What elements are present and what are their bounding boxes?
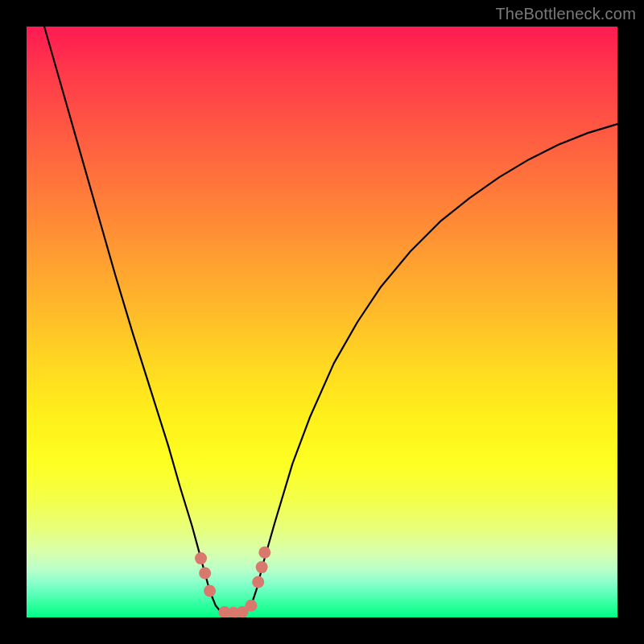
optimal-marker (252, 576, 264, 588)
bottleneck-curve (44, 27, 617, 616)
watermark-text: TheBottleneck.com (495, 5, 636, 23)
optimal-marker (195, 552, 207, 564)
optimal-marker (199, 567, 211, 579)
curve-line (44, 27, 617, 616)
chart-overlay (27, 27, 617, 617)
optimal-marker (245, 600, 257, 612)
chart-frame: TheBottleneck.com (0, 0, 644, 644)
optimal-marker (256, 561, 268, 573)
optimal-marker (204, 584, 216, 597)
optimal-markers (195, 547, 270, 617)
optimal-marker (258, 547, 270, 559)
plot-area (27, 27, 617, 617)
